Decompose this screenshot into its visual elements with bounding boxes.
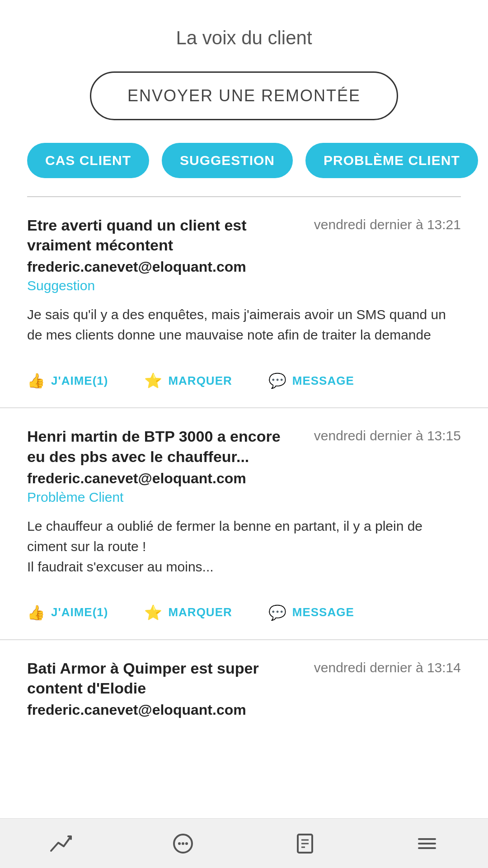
page-title: La voix du client (0, 0, 488, 71)
message-label: MESSAGE (292, 374, 354, 388)
star-icon: ⭐ (144, 372, 163, 389)
feed-item-date: vendredi dernier à 13:15 (314, 426, 461, 445)
nav-item-chat[interactable] (122, 819, 244, 868)
chart-icon (48, 831, 74, 856)
feed-item: Etre averti quand un client est vraiment… (0, 197, 488, 408)
like-button[interactable]: 👍 J'AIME(1) (27, 368, 108, 394)
like-label: J'AIME(1) (51, 605, 108, 619)
message-button[interactable]: 💬 MESSAGE (268, 599, 354, 626)
thumb-up-icon: 👍 (27, 372, 46, 389)
like-label: J'AIME(1) (51, 374, 108, 388)
feed-item: Henri martin de BTP 3000 a encore eu des… (0, 408, 488, 640)
feed-item-email: frederic.canevet@eloquant.com (27, 259, 300, 275)
feed-list: Etre averti quand un client est vraiment… (0, 197, 488, 780)
feed-item: Bati Armor à Quimper est super content d… (0, 640, 488, 780)
feed-item-date: vendredi dernier à 13:21 (314, 215, 461, 234)
svg-point-2 (182, 842, 184, 845)
bottom-nav (0, 818, 488, 868)
feed-item-email: frederic.canevet@eloquant.com (27, 470, 300, 487)
mark-button[interactable]: ⭐ MARQUER (144, 368, 232, 394)
feed-item-title: Henri martin de BTP 3000 a encore eu des… (27, 426, 300, 466)
message-button[interactable]: 💬 MESSAGE (268, 368, 354, 394)
send-remontee-button[interactable]: ENVOYER UNE REMONTÉE (90, 71, 398, 120)
feed-item-actions: 👍 J'AIME(1) ⭐ MARQUER 💬 MESSAGE (27, 590, 461, 639)
feed-item-body: Je sais qu'il y a des enquêtes, mais j'a… (27, 304, 461, 345)
filter-tabs: CAS CLIENT SUGGESTION PROBLÈME CLIENT (0, 143, 488, 196)
like-button[interactable]: 👍 J'AIME(1) (27, 599, 108, 626)
feed-item-category: Problème Client (27, 490, 300, 505)
feed-item-actions: 👍 J'AIME(1) ⭐ MARQUER 💬 MESSAGE (27, 359, 461, 407)
docs-icon (292, 831, 318, 856)
feed-item-category: Suggestion (27, 278, 300, 293)
nav-item-menu[interactable] (366, 819, 488, 868)
nav-item-docs[interactable] (244, 819, 366, 868)
feed-item-date: vendredi dernier à 13:14 (314, 658, 461, 677)
thumb-up-icon: 👍 (27, 604, 46, 621)
mark-button[interactable]: ⭐ MARQUER (144, 599, 232, 626)
message-icon: 💬 (268, 604, 287, 621)
star-icon: ⭐ (144, 604, 163, 621)
tab-probleme-client[interactable]: PROBLÈME CLIENT (305, 143, 478, 178)
chat-icon (170, 831, 196, 856)
tab-cas-client[interactable]: CAS CLIENT (27, 143, 149, 178)
feed-item-email: frederic.canevet@eloquant.com (27, 702, 300, 718)
mark-label: MARQUER (168, 605, 232, 619)
tab-suggestion[interactable]: SUGGESTION (162, 143, 293, 178)
svg-point-1 (178, 842, 181, 845)
message-icon: 💬 (268, 372, 287, 389)
svg-point-3 (185, 842, 188, 845)
feed-item-title: Etre averti quand un client est vraiment… (27, 215, 300, 255)
nav-item-stats[interactable] (0, 819, 122, 868)
menu-icon (414, 831, 440, 856)
feed-item-title: Bati Armor à Quimper est super content d… (27, 658, 300, 698)
message-label: MESSAGE (292, 605, 354, 619)
mark-label: MARQUER (168, 374, 232, 388)
feed-item-body: Le chauffeur a oublié de fermer la benne… (27, 516, 461, 577)
